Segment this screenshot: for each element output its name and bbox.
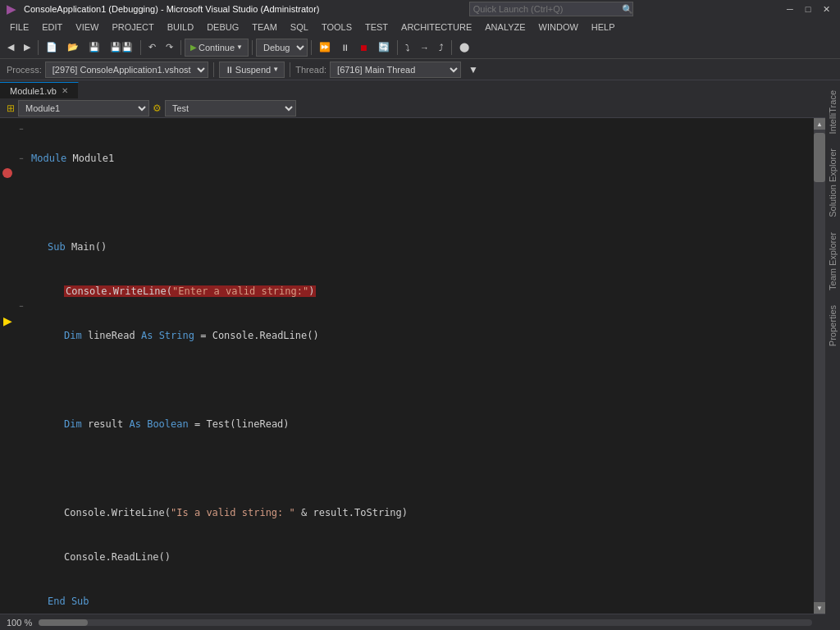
redo-button[interactable]: ↷ [162,39,177,57]
bp-line-18 [0,372,15,387]
title-bar: ▶ ConsoleApplication1 (Debugging) - Micr… [0,0,840,18]
properties-tab[interactable]: Properties [826,299,839,353]
continue-button[interactable]: ▶ Continue ▼ [185,39,249,57]
tab-module1-close-icon[interactable]: ✕ [62,86,68,95]
debug-config-dropdown[interactable]: Debug [256,39,308,57]
app-title: ConsoleApplication1 (Debugging) - Micros… [24,4,320,14]
open-button[interactable]: 📂 [63,39,83,57]
bp-line-20 [0,402,15,417]
breakpoint-button[interactable]: ⬤ [455,39,473,57]
code-line-8 [31,461,810,476]
bp-line-4[interactable] [0,166,15,180]
menu-view[interactable]: VIEW [69,21,105,34]
step-out-button[interactable]: ⤴ [435,39,448,57]
maximize-button[interactable]: □ [801,2,815,16]
menu-architecture[interactable]: ARCHITECTURE [395,21,478,34]
menu-edit[interactable]: EDIT [35,21,69,34]
expand-9 [15,240,28,254]
search-icon: 🔍 [622,4,633,15]
scroll-track[interactable] [814,130,825,602]
expand-20 [15,402,28,417]
code-content[interactable]: Module Module1 Sub Main() Console.WriteL… [28,118,814,614]
class-dropdown[interactable]: Module1 [18,100,149,116]
expand-16 [15,343,28,358]
bp-line-16 [0,343,15,358]
continue-dropdown-icon: ▼ [236,43,243,51]
code-line-9: Console.WriteLine("Is a valid string: " … [31,505,810,520]
save-all-button[interactable]: 💾💾 [106,39,137,57]
expand-3[interactable]: − [15,151,28,166]
code-line-4: Console.WriteLine("Enter a valid string:… [31,284,810,299]
method-dropdown[interactable]: Test [165,100,296,116]
menu-help[interactable]: HELP [585,21,622,34]
tab-module1[interactable]: Module1.vb ✕ [0,82,79,98]
bp-line-6 [0,195,15,210]
bp-line-13 [0,299,15,313]
bp-line-14: ▶ [0,313,15,328]
bp-line-9 [0,240,15,254]
thread-dropdown[interactable]: [6716] Main Thread [330,62,461,78]
expand-13[interactable]: − [15,299,28,313]
editor-area: Module1.vb ✕ ⊞ Module1 ⚙ Test [0,80,825,630]
main-area: Module1.vb ✕ ⊞ Module1 ⚙ Test [0,80,840,630]
save-button[interactable]: 💾 [84,39,104,57]
menu-test[interactable]: TEST [358,21,395,34]
expand-4 [15,166,28,180]
code-line-5: Dim lineRead As String = Console.ReadLin… [31,328,810,343]
code-line-3: Sub Main() [31,240,810,254]
scroll-down-icon[interactable]: ▼ [814,602,825,614]
bp-line-10 [0,254,15,269]
debug-toolbar: Process: [2976] ConsoleApplication1.vsho… [0,59,840,80]
debug-sep-1 [213,62,214,77]
step-over-button[interactable]: → [416,39,433,57]
scroll-up-icon[interactable]: ▲ [814,118,825,130]
menu-sql[interactable]: SQL [284,21,315,34]
menu-debug[interactable]: DEBUG [200,21,245,34]
undo-button[interactable]: ↶ [144,39,160,57]
expand-1[interactable]: − [15,121,28,136]
h-scroll-thumb[interactable] [39,619,88,626]
scroll-thumb[interactable] [814,133,825,182]
filter-button[interactable]: ▼ [464,61,482,79]
menu-team[interactable]: TEAM [245,21,284,34]
title-bar-left: ▶ ConsoleApplication1 (Debugging) - Micr… [7,2,320,16]
bp-line-17 [0,358,15,372]
back-button[interactable]: ◀ [3,39,18,57]
suspend-icon: ⏸ [225,65,234,75]
nav-bar: ⊞ Module1 ⚙ Test [0,98,825,118]
minimize-button[interactable]: ─ [783,2,797,16]
bp-line-2 [0,136,15,151]
forward-button[interactable]: ▶ [20,39,34,57]
menu-project[interactable]: PROJECT [105,21,160,34]
new-file-button[interactable]: 📄 [42,39,62,57]
solution-explorer-tab[interactable]: Solution Explorer [826,142,839,224]
pause-button[interactable]: ⏸ [336,39,354,57]
menu-file[interactable]: FILE [3,21,35,34]
stop-button[interactable]: ⏹ [355,39,372,57]
code-line-11: End Sub [31,594,810,609]
restart-button[interactable]: 🔄 [374,39,394,57]
hscroll-area[interactable] [32,619,819,626]
quick-launch-input[interactable] [469,2,633,16]
process-dropdown[interactable]: [2976] ConsoleApplication1.vshost [45,62,208,78]
code-line-6 [31,372,810,387]
menu-analyze[interactable]: ANALYZE [478,21,532,34]
intellitrace-tab[interactable]: IntelliTrace [826,84,839,140]
menu-tools[interactable]: TOOLS [315,21,358,34]
close-button[interactable]: ✕ [819,2,833,16]
zoom-level: 100 % [7,618,32,628]
menu-build[interactable]: BUILD [161,21,200,34]
suspend-button[interactable]: ⏸ Suspend ▼ [219,62,285,78]
toolbar-separator-6 [397,40,398,55]
start-button[interactable]: ⏩ [315,39,335,57]
menu-window[interactable]: WINDOW [532,21,585,34]
code-line-10: Console.ReadLine() [31,550,810,564]
team-explorer-tab[interactable]: Team Explorer [826,226,839,297]
window-controls: ─ □ ✕ [783,2,833,16]
expand-6 [15,195,28,210]
zoom-bar: 100 % [0,614,825,630]
step-into-button[interactable]: ⤵ [401,39,414,57]
h-scrollbar[interactable] [39,619,812,626]
editor-vscroll[interactable]: ▲ ▼ [814,118,825,614]
tab-bar: Module1.vb ✕ [0,80,825,98]
